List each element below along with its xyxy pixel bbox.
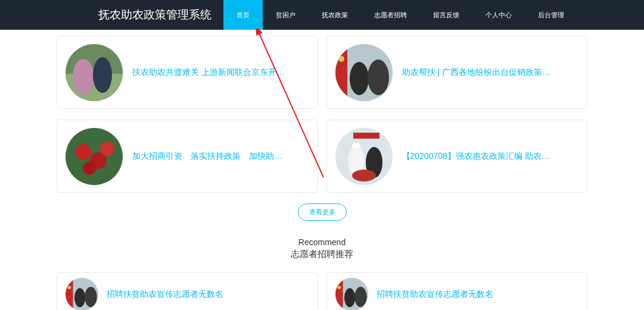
svg-point-27 (67, 286, 71, 289)
svg-point-10 (368, 60, 389, 95)
thumbnail-icon (335, 278, 368, 310)
nav-volunteer[interactable]: 志愿者招聘 (361, 0, 420, 30)
section-title-en: Recommend (57, 237, 587, 247)
nav-policies[interactable]: 抚农政策 (309, 0, 361, 30)
svg-point-34 (344, 288, 354, 307)
thumbnail-icon (66, 278, 98, 310)
policy-title: 扶农助农共渡难关 上游新闻联合京东开… (132, 67, 309, 78)
nav-items: 首页 贫困户 抚农政策 志愿者招聘 留言反馈 个人中心 后台管理 (223, 0, 577, 30)
section-title-zh: 志愿者招聘推荐 (57, 249, 587, 260)
svg-point-28 (74, 288, 85, 307)
thumbnail-icon (66, 128, 123, 185)
policy-row-2: 加大招商引资 落实扶持政策 加快助… 【20200708】强农惠农政策汇编 助农… (57, 120, 587, 193)
policy-title: 【20200708】强农惠农政策汇编 助农… (402, 151, 579, 162)
recruit-card[interactable]: 招聘扶贫助农宣传志愿者无数名 (326, 272, 588, 310)
nav-feedback[interactable]: 留言反馈 (420, 0, 472, 30)
svg-point-21 (352, 143, 360, 149)
svg-rect-7 (335, 44, 347, 101)
thumbnail-icon (335, 44, 393, 101)
navbar: 抚农助农政策管理系统 首页 贫困户 抚农政策 志愿者招聘 留言反馈 个人中心 后… (0, 0, 644, 30)
policy-card[interactable]: 助农帮扶 | 广西各地纷纷出台促销政策… (326, 36, 588, 109)
recruit-row: 招聘扶贫助农宣传志愿者无数名 招聘扶贫助农宣传志愿者无数名 (57, 272, 587, 310)
svg-point-29 (85, 287, 97, 307)
nav-poor-households[interactable]: 贫困户 (263, 0, 309, 30)
policy-title: 助农帮扶 | 广西各地纷纷出台促销政策… (402, 67, 579, 78)
thumbnail-icon (66, 44, 123, 101)
svg-point-23 (352, 170, 376, 181)
svg-point-13 (76, 144, 91, 159)
recruit-card[interactable]: 招聘扶贫助农宣传志愿者无数名 (57, 272, 318, 310)
policy-card[interactable]: 加大招商引资 落实扶持政策 加快助… (57, 120, 318, 193)
view-more-button[interactable]: 查看更多 (298, 203, 347, 221)
view-more-wrap: 查看更多 (57, 203, 587, 221)
svg-point-8 (338, 56, 344, 62)
policy-card[interactable]: 扶农助农共渡难关 上游新闻联合京东开… (57, 36, 318, 109)
brand-title: 抚农助农政策管理系统 (98, 7, 211, 23)
svg-point-4 (93, 57, 112, 93)
svg-rect-32 (335, 278, 343, 310)
nav-profile[interactable]: 个人中心 (472, 0, 525, 30)
recruit-title: 招聘扶贫助农宣传志愿者无数名 (107, 289, 309, 300)
svg-point-33 (337, 286, 341, 289)
svg-point-16 (83, 162, 96, 175)
nav-admin[interactable]: 后台管理 (525, 0, 577, 30)
svg-point-3 (73, 59, 94, 95)
policy-row-1: 扶农助农共渡难关 上游新闻联合京东开… 助农帮扶 | 广西各地纷纷出台促销政策… (57, 36, 587, 109)
thumbnail-icon (335, 128, 393, 185)
svg-point-35 (354, 287, 367, 307)
policy-title: 加大招商引资 落实扶持政策 加快助… (132, 151, 309, 162)
nav-home[interactable]: 首页 (223, 0, 263, 30)
svg-point-9 (350, 62, 369, 95)
svg-rect-26 (66, 278, 73, 310)
recruit-title: 招聘扶贫助农宣传志愿者无数名 (377, 289, 579, 300)
svg-point-15 (100, 142, 114, 156)
svg-rect-19 (353, 133, 379, 139)
content: 扶农助农共渡难关 上游新闻联合京东开… 助农帮扶 | 广西各地纷纷出台促销政策…… (0, 30, 644, 310)
section-header: Recommend 志愿者招聘推荐 (57, 237, 587, 260)
policy-card[interactable]: 【20200708】强农惠农政策汇编 助农… (326, 120, 588, 193)
